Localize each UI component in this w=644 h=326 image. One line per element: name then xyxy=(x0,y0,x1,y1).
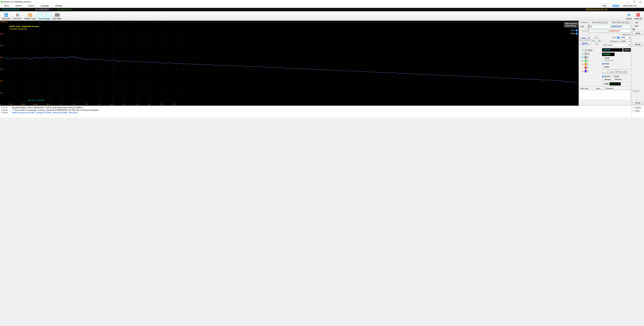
auto-checkbox[interactable] xyxy=(617,37,619,39)
speed-chart[interactable]: 350 (MB/s) 300 250 200 150 100 50 0 Quic… xyxy=(0,21,578,106)
minimize-button[interactable]: — xyxy=(624,1,631,3)
cur-end-button[interactable]: CUR xyxy=(621,22,625,23)
svg-rect-2 xyxy=(16,14,17,16)
smart-logs-button[interactable]: SMART Logs xyxy=(23,12,37,20)
maximize-button[interactable]: ❐ xyxy=(631,1,637,3)
nav-left-button[interactable]: ◀ xyxy=(592,39,595,42)
main-area: 350 (MB/s) 300 250 200 150 100 50 0 Quic… xyxy=(0,21,644,106)
rd-indicator: RD xyxy=(636,90,639,92)
firmware: Fw: MX6OACF0 xyxy=(58,8,72,11)
close-button[interactable]: ✕ xyxy=(637,1,643,3)
toolbar: i Drive Info S.M.A.R.T SMART Logs + Test… xyxy=(0,11,644,21)
ignore-radio[interactable]: Ignore xyxy=(602,75,610,77)
start-lba-input[interactable] xyxy=(590,25,610,28)
end-of-test-select[interactable]: End of test xyxy=(602,43,631,47)
block-size-select[interactable]: 2048 xyxy=(620,36,631,39)
recall-button[interactable]: Recall xyxy=(632,42,643,46)
right-panel: API PIO Sleep Recall WRRD Passp xyxy=(632,21,644,106)
menubar: Menu Service Actions Language Settings H… xyxy=(0,4,644,8)
svg-text:i: i xyxy=(6,14,6,16)
disk-editor-button[interactable]: 01011011001110001 Disk Editor xyxy=(51,12,63,20)
view-buffer-live-button[interactable]: View Buffer Live xyxy=(610,5,643,7)
skip-button[interactable]: ▷?◁ xyxy=(615,70,621,73)
read-checkbox[interactable]: Read xyxy=(570,29,578,31)
read-radio[interactable]: Read xyxy=(602,63,631,65)
log-area: 3:23:25Starting Reading, LBA=0..58605331… xyxy=(0,106,644,117)
close-tab-button[interactable]: × xyxy=(50,8,52,11)
time-up-button[interactable]: ▲ xyxy=(588,24,590,26)
timer-checkbox[interactable]: Timer xyxy=(580,30,587,32)
passp-button[interactable]: Passp xyxy=(632,101,643,105)
log-body[interactable]: 3:23:25Starting Reading, LBA=0..58605331… xyxy=(0,106,632,117)
menu-menu[interactable]: Menu xyxy=(1,5,12,7)
titlebar: ✚ Victoria 5.37 HDD/SSD | Device 1 — ❐ ✕ xyxy=(0,0,644,4)
sound-checkbox[interactable]: Sound xyxy=(632,107,643,109)
time-down-button[interactable]: ▼ xyxy=(588,26,590,29)
block-3s-icon xyxy=(585,63,586,65)
nav-up-button[interactable]: ▲ xyxy=(595,36,598,39)
break-all-button[interactable]: Break All xyxy=(633,12,643,20)
menu-settings[interactable]: Settings xyxy=(52,5,65,7)
lba-capacity: 5860533168 LBA (3.0 TB) xyxy=(586,8,608,11)
serial-number: SN: 67DL005AS xyxy=(35,8,49,11)
api-radio[interactable]: API xyxy=(632,22,643,24)
svg-rect-14 xyxy=(628,14,629,16)
hints-checkbox[interactable]: Hints xyxy=(632,110,643,112)
max-end-button[interactable]: MAX xyxy=(626,22,630,23)
erase-radio[interactable]: Erase xyxy=(612,75,619,77)
end-lba-input[interactable] xyxy=(611,25,631,28)
scan-button[interactable]: Scan xyxy=(580,35,588,40)
error-table[interactable] xyxy=(580,90,631,99)
sleep-button[interactable]: Sleep xyxy=(632,31,643,35)
step-fwd-button[interactable]: ▷|◁ xyxy=(622,70,628,73)
smart-button[interactable]: S.M.A.R.T xyxy=(12,12,23,20)
write-radio[interactable]: Write xyxy=(602,66,631,68)
block-err-icon: X xyxy=(585,70,586,72)
timer-start-input xyxy=(587,29,609,32)
write-checkbox[interactable]: Write xyxy=(570,32,578,34)
data-recovery-banner[interactable]: Data recoverywww.hdd.by xyxy=(564,22,578,28)
timer-end-input xyxy=(609,29,631,32)
zero-start-button[interactable]: 0 xyxy=(606,22,608,23)
play-button[interactable] xyxy=(602,70,608,73)
menu-help[interactable]: Help xyxy=(599,5,610,7)
pause-button[interactable]: Pause xyxy=(625,12,633,20)
nav-down-button[interactable]: ▼ xyxy=(595,42,598,45)
test-repair-button[interactable]: + Test & Repair xyxy=(37,12,51,20)
pio-radio[interactable]: PIO xyxy=(632,25,643,27)
menu-language[interactable]: Language xyxy=(37,5,52,7)
cur-start-button[interactable]: CUR xyxy=(602,22,606,23)
refresh-radio[interactable]: Refresh xyxy=(612,78,622,81)
elapsed-time: 00:00:06 xyxy=(610,82,621,85)
svg-text:+: + xyxy=(44,14,45,16)
block-25-icon xyxy=(585,49,586,52)
chart-title: Quick scan, sequential access xyxy=(10,25,39,27)
menu-service[interactable]: Service xyxy=(12,5,25,7)
block-slow-icon xyxy=(585,66,586,69)
log-side: Sound Hints xyxy=(632,106,644,117)
drive-info-button[interactable]: i Drive Info xyxy=(1,12,12,20)
end-time-input[interactable] xyxy=(580,25,587,28)
max-speed-label: Max speed = 205 MB/s xyxy=(28,99,44,101)
svg-rect-15 xyxy=(630,14,630,16)
drive-model: TOSHIBA HDWD130 xyxy=(2,8,35,11)
svg-point-7 xyxy=(30,15,32,17)
timeout-select[interactable]: 10000 xyxy=(620,39,631,43)
infobar: TOSHIBA HDWD130 SN: 67DL005AS × Fw: MX6O… xyxy=(0,8,644,11)
nav-right-button[interactable]: ▶ xyxy=(598,39,601,42)
pct-stat: 100 % xyxy=(623,48,631,52)
window-title: Victoria 5.37 HDD/SSD | Device 1 xyxy=(3,1,32,3)
grid-checkbox[interactable]: Grid xyxy=(602,83,608,85)
block-250-icon xyxy=(585,56,586,59)
scan-panel: [ End time ] [Start LBA] CUR 0 [End LBA]… xyxy=(578,21,632,106)
scan-dropdown-button[interactable]: ▾ xyxy=(588,35,590,40)
step-back-button[interactable]: ◁| xyxy=(608,70,614,73)
mode-indicator-icon xyxy=(632,28,635,30)
remap-radio[interactable]: Remap xyxy=(602,78,611,81)
verify-radio[interactable]: Verify xyxy=(602,57,631,59)
app-icon: ✚ xyxy=(1,0,3,3)
menu-actions[interactable]: Actions xyxy=(25,5,37,7)
navpad: ▲ ◀ ▶ ▼ xyxy=(591,36,602,45)
quick-button[interactable]: QUICK xyxy=(580,41,590,45)
block-100-icon xyxy=(585,53,586,55)
